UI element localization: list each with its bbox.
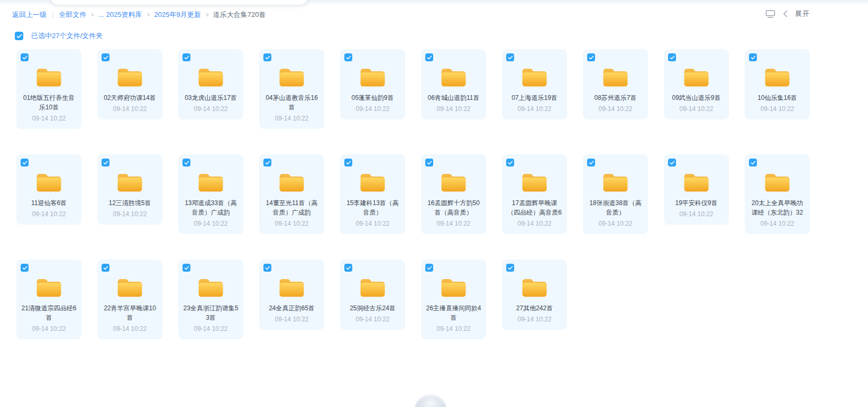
folder-date: 09-14 10:22 (194, 325, 227, 332)
folder-date: 09-14 10:22 (517, 316, 551, 323)
folder-card[interactable]: 15李建科13首（高音质） 09-14 10:22 (340, 154, 405, 234)
folder-checkbox[interactable] (182, 53, 190, 61)
folder-date: 09-14 10:22 (436, 105, 470, 113)
select-all-checkbox[interactable] (15, 32, 23, 40)
folder-checkbox[interactable] (587, 53, 595, 61)
folder-checkbox[interactable] (344, 53, 352, 61)
folder-card[interactable]: 21清微道宗四品经6首 09-14 10:22 (16, 260, 81, 339)
file-manager-page: 返回上一级 | 全部文件 > ... 2025资料库 > 2025年9月更新 >… (0, 0, 868, 407)
folder-checkbox[interactable] (263, 159, 271, 166)
folder-icon (440, 276, 467, 299)
folder-date: 09-14 10:22 (355, 316, 389, 323)
folder-name: 13邓道成33首（高音质）广成韵 (182, 198, 239, 217)
folder-icon (764, 66, 791, 88)
folder-checkbox[interactable] (102, 264, 109, 272)
folder-checkbox[interactable] (182, 159, 190, 166)
folder-date: 09-14 10:22 (598, 105, 632, 113)
folder-card[interactable]: 20太上全真早晚功课经（东北韵）32 09-14 10:22 (745, 154, 810, 234)
folder-checkbox[interactable] (263, 264, 271, 272)
folder-checkbox[interactable] (21, 159, 29, 166)
folder-name: 27其他242首 (516, 303, 553, 313)
folder-card[interactable]: 09武当山道乐9首 09-14 10:22 (664, 49, 729, 119)
folder-checkbox[interactable] (21, 53, 29, 61)
folder-checkbox[interactable] (587, 159, 595, 166)
assistant-avatar[interactable] (414, 394, 447, 407)
folder-checkbox[interactable] (506, 159, 514, 166)
folder-card[interactable]: 26主播直播间同款4首 09-14 10:22 (421, 260, 486, 339)
folder-checkbox[interactable] (506, 264, 514, 272)
folder-card[interactable]: 17孟圆辉早晚课（四品经）高音质6 09-14 10:22 (502, 154, 567, 234)
folder-icon (197, 66, 224, 88)
chevron-right-icon: > (205, 11, 208, 18)
folder-card[interactable]: 05蓬莱仙韵9首 09-14 10:22 (340, 49, 405, 119)
folder-checkbox[interactable] (344, 264, 352, 272)
back-link[interactable]: 返回上一级 (12, 10, 47, 20)
folder-name: 12三清胜境5首 (108, 198, 151, 208)
folder-card[interactable]: 01绝版五行养生音乐10首 09-14 10:22 (16, 49, 81, 129)
folder-date: 09-14 10:22 (32, 210, 66, 218)
folder-card[interactable]: 23全真浙江韵谱集53首 09-14 10:22 (178, 260, 243, 339)
folder-card[interactable]: 16孟圆辉十方韵50首（高音质） 09-14 10:22 (421, 154, 486, 234)
folder-name: 24全真正韵65首 (269, 303, 315, 313)
folder-checkbox[interactable] (425, 264, 433, 272)
folder-checkbox[interactable] (102, 53, 109, 61)
folder-card[interactable]: 10仙乐集16首 09-14 10:22 (745, 49, 810, 119)
folder-checkbox[interactable] (425, 53, 433, 61)
breadcrumb-item-sept-update[interactable]: 2025年9月更新 (154, 10, 201, 20)
folder-card[interactable]: 04茅山道教音乐16首 09-14 10:22 (259, 49, 324, 129)
folder-name: 22青羊宫早晚课10首 (102, 303, 158, 322)
folder-checkbox[interactable] (263, 53, 271, 61)
folder-card[interactable]: 24全真正韵65首 09-14 10:22 (259, 260, 324, 330)
breadcrumb-current: 道乐大合集720首 (213, 10, 266, 20)
folder-name: 26主播直播间同款4首 (425, 303, 482, 322)
folder-checkbox[interactable] (425, 159, 433, 166)
folder-checkbox[interactable] (182, 264, 190, 272)
breadcrumb-item-2025-library[interactable]: ... 2025资料库 (98, 10, 142, 20)
folder-card[interactable]: 22青羊宫早晚课10首 09-14 10:22 (97, 260, 162, 339)
folder-icon (521, 171, 548, 193)
folder-card[interactable]: 06青城山道韵11首 09-14 10:22 (421, 49, 486, 119)
folder-checkbox[interactable] (102, 159, 109, 166)
folder-checkbox[interactable] (749, 53, 757, 61)
folder-card[interactable]: 25洞经古乐24首 09-14 10:22 (340, 260, 405, 330)
folder-date: 09-14 10:22 (355, 220, 389, 227)
folder-icon (683, 171, 710, 193)
folder-checkbox[interactable] (344, 159, 352, 166)
folder-card[interactable]: 02天师府功课14首 09-14 10:22 (97, 49, 162, 119)
breadcrumb-item-all-files[interactable]: 全部文件 (59, 10, 86, 20)
folder-name: 04茅山道教音乐16首 (263, 93, 320, 112)
folder-card[interactable]: 12三清胜境5首 09-14 10:22 (97, 154, 162, 225)
selection-count: 已选中27个文件/文件夹 (31, 31, 103, 41)
folder-checkbox[interactable] (668, 53, 676, 61)
folder-icon (35, 171, 62, 193)
folder-date: 09-14 10:22 (275, 220, 308, 227)
folder-icon (683, 66, 710, 88)
folder-checkbox[interactable] (668, 159, 676, 166)
folder-name: 18张崇道38首（高音质） (587, 198, 644, 217)
expand-button[interactable]: 展开 (795, 9, 810, 18)
folder-card[interactable]: 19平安科仪9首 09-14 10:22 (664, 154, 729, 225)
breadcrumb: 返回上一级 | 全部文件 > ... 2025资料库 > 2025年9月更新 >… (12, 10, 266, 20)
folder-name: 17孟圆辉早晚课（四品经）高音质6 (506, 198, 563, 217)
folder-checkbox[interactable] (506, 53, 514, 61)
chevron-left-icon[interactable] (783, 10, 788, 17)
folder-name: 14董至光11首（高音质）广成韵 (263, 198, 320, 217)
folder-name: 09武当山道乐9首 (672, 93, 720, 103)
search-bar-remnant[interactable] (50, 0, 308, 5)
folder-icon (440, 66, 467, 88)
folder-name: 23全真浙江韵谱集53首 (182, 303, 239, 322)
folder-checkbox[interactable] (21, 264, 29, 272)
folder-card[interactable]: 13邓道成33首（高音质）广成韵 09-14 10:22 (178, 154, 243, 234)
folder-card[interactable]: 11迎仙客6首 09-14 10:22 (16, 154, 81, 225)
folder-card[interactable]: 07上海道乐19首 09-14 10:22 (502, 49, 567, 119)
folder-card[interactable]: 18张崇道38首（高音质） 09-14 10:22 (583, 154, 648, 234)
folder-card[interactable]: 27其他242首 09-14 10:22 (502, 260, 567, 330)
breadcrumb-divider: | (52, 11, 53, 18)
folder-card[interactable]: 08苏州道乐7首 09-14 10:22 (583, 49, 648, 119)
folder-icon (35, 66, 62, 88)
folder-card[interactable]: 14董至光11首（高音质）广成韵 09-14 10:22 (259, 154, 324, 234)
folder-card[interactable]: 03龙虎山道乐17首 09-14 10:22 (178, 49, 243, 119)
folder-icon (35, 276, 62, 299)
folder-checkbox[interactable] (749, 159, 757, 166)
device-icon[interactable] (765, 10, 775, 18)
